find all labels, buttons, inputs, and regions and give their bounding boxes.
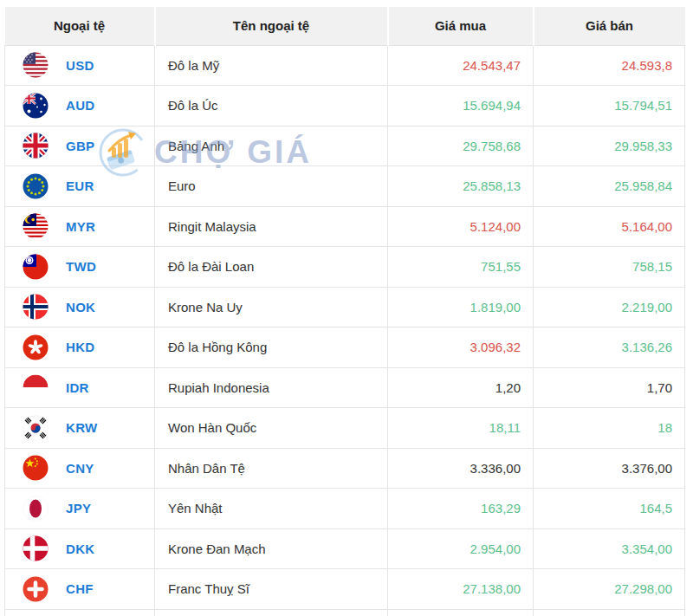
table-row: JPY Yên Nhật 163,29 164,5 [5,489,685,529]
buy-price: 18,11 [388,408,534,449]
sell-price: 2.219,00 [534,287,685,327]
currency-code-link[interactable]: DKK [66,541,94,556]
column-header-currency-name: Tên ngoại tệ [155,7,388,45]
buy-price: 5.124,00 [388,206,534,247]
currency-code-link[interactable]: NOK [66,300,95,314]
table-body: USD Đô la Mỹ 24.543,47 24.593,8 AUD Đô l… [5,45,685,616]
table-row: EUR Euro 25.858,13 25.958,84 [5,166,685,207]
table-row: IDR Rupiah Indonesia 1,20 1,70 [5,367,685,408]
sell-price: 3.136,26 [534,327,685,368]
currency-name: Rupiah Indonesia [155,367,388,408]
sell-price: 758,15 [534,247,685,288]
currency-code-link[interactable]: JPY [66,501,91,515]
idr-flag-icon [23,374,49,400]
buy-price: 751,55 [388,247,534,288]
currency-name: Krone Đan Mạch [155,528,388,569]
table-row: GBP Bảng Anh 29.758,68 29.958,33 [5,126,685,166]
dkk-flag-icon [23,535,49,561]
table-row: TWD Đô la Đài Loan 751,55 758,15 [5,247,685,288]
sell-price: 15.794,51 [534,86,685,126]
currency-code-link[interactable]: EUR [66,178,94,193]
nok-flag-icon [23,294,49,320]
currency-name: Bảng Anh [155,126,388,166]
currency-code-link[interactable]: HKD [66,340,94,354]
eur-flag-icon [23,173,49,199]
currency-code-link[interactable]: TWD [66,259,96,274]
currency-name: Đô la Hồng Kông [155,327,388,368]
table-row-partial [5,609,685,616]
exchange-rates-page: Ngoại tệ Tên ngoại tệ Giá mua Giá bán US… [0,0,693,616]
table-row: AUD Đô la Úc 15.694,94 15.794,51 [5,86,685,126]
table-row: CHF Franc Thuỵ Sĩ 27.138,00 27.298,00 [5,569,685,610]
sell-price: 3.376,00 [534,448,685,489]
currency-name: Franc Thuỵ Sĩ [155,569,388,610]
currency-code-link[interactable]: IDR [66,380,89,395]
buy-price: 15.694,94 [388,86,534,126]
buy-price: 3.096,32 [388,327,534,368]
sell-price: 1,70 [534,367,685,408]
currency-name: Krone Na Uy [155,287,388,327]
currency-code-link[interactable]: CNY [66,461,94,476]
table-header-row: Ngoại tệ Tên ngoại tệ Giá mua Giá bán [5,7,685,45]
sell-price: 25.958,84 [534,166,685,207]
currency-code-link[interactable]: CHF [66,581,94,596]
sell-price: 27.298,00 [534,569,685,610]
buy-price: 1.819,00 [388,287,534,327]
myr-flag-icon [23,213,49,239]
buy-price: 3.336,00 [388,448,534,489]
aud-flag-icon [23,93,49,119]
currency-name: Euro [155,166,388,207]
currency-code-link[interactable]: AUD [66,98,94,113]
exchange-rate-table: Ngoại tệ Tên ngoại tệ Giá mua Giá bán US… [4,7,685,616]
table-row: MYR Ringit Malaysia 5.124,00 5.164,00 [5,206,685,247]
column-header-buy-price: Giá mua [388,7,534,45]
currency-name: Nhân Dân Tệ [155,448,388,489]
table-row: HKD Đô la Hồng Kông 3.096,32 3.136,26 [5,327,685,368]
currency-code-link[interactable]: GBP [66,139,94,153]
currency-name: Đô la Úc [155,86,388,126]
currency-name: Yên Nhật [155,489,388,529]
currency-code-link[interactable]: KRW [66,420,97,435]
chf-flag-icon [23,576,49,602]
buy-price: 29.758,68 [388,126,534,166]
column-header-sell-price: Giá bán [534,7,685,45]
sell-price: 18 [534,408,685,449]
table-row: KRW Won Hàn Quốc 18,11 18 [5,408,685,449]
twd-flag-icon [23,254,49,280]
currency-name: Đô la Mỹ [155,45,388,86]
buy-price: 25.858,13 [388,166,534,207]
krw-flag-icon [23,415,49,441]
gbp-flag-icon [23,133,49,159]
buy-price: 2.954,00 [388,528,534,569]
buy-price: 163,29 [388,489,534,529]
sell-price: 24.593,8 [534,45,685,86]
table-row: DKK Krone Đan Mạch 2.954,00 3.354,00 [5,528,685,569]
column-header-currency: Ngoại tệ [5,7,155,45]
buy-price: 24.543,47 [388,45,534,86]
cny-flag-icon [23,455,49,481]
buy-price: 1,20 [388,367,534,408]
currency-name: Đô la Đài Loan [155,247,388,288]
currency-code-link[interactable]: USD [66,58,94,73]
hkd-flag-icon [23,334,49,360]
table-row: CNY Nhân Dân Tệ 3.336,00 3.376,00 [5,448,685,489]
sell-price: 3.354,00 [534,528,685,569]
table-row: NOK Krone Na Uy 1.819,00 2.219,00 [5,287,685,327]
jpy-flag-icon [23,496,49,522]
currency-code-link[interactable]: MYR [66,219,95,234]
sell-price: 29.958,33 [534,126,685,166]
buy-price: 27.138,00 [388,569,534,610]
sell-price: 5.164,00 [534,206,685,247]
currency-name: Won Hàn Quốc [155,408,388,449]
sell-price: 164,5 [534,489,685,529]
usd-flag-icon [23,52,49,78]
table-row: USD Đô la Mỹ 24.543,47 24.593,8 [5,45,685,86]
currency-name: Ringit Malaysia [155,206,388,247]
